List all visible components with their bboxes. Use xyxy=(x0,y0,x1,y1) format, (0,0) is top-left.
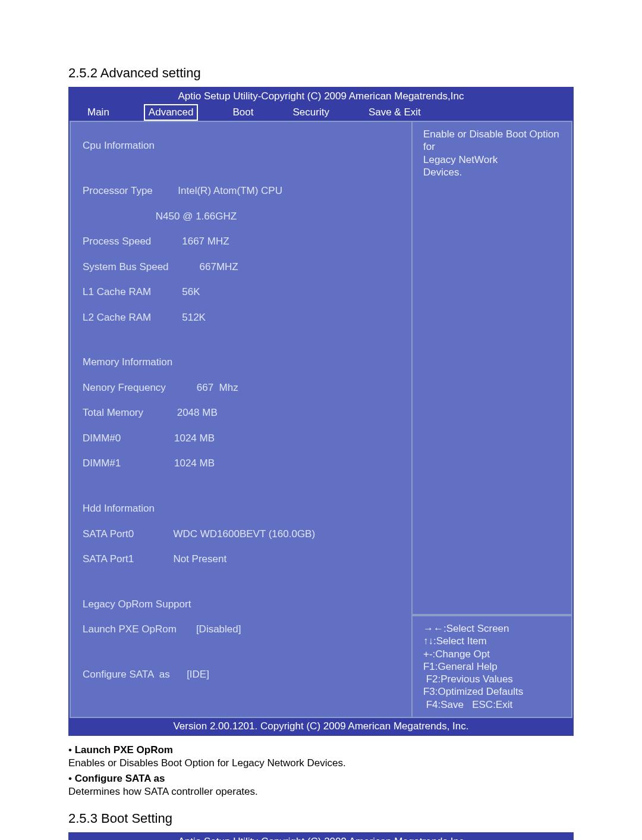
heading-boot: 2.5.3 Boot Setting xyxy=(68,811,574,826)
help-line: Legacy NetWork xyxy=(423,153,564,166)
heading-advanced: 2.5.2 Advanced setting xyxy=(68,65,574,81)
tab-security[interactable]: Security xyxy=(288,104,333,121)
tab-main[interactable]: Main xyxy=(83,104,114,121)
note-pxe-body: Enables or Disables Boot Option for Lega… xyxy=(68,757,574,769)
bios-help-bot: →←:Select Screen ↑↓:Select Item +-:Chang… xyxy=(413,615,572,718)
bios-help-top: Enable or Disable Boot Option for Legacy… xyxy=(413,121,572,615)
row-proc-type2: N450 @ 1.66GHZ xyxy=(83,210,399,222)
note-sata-body: Determines how SATA controller operates. xyxy=(68,786,574,798)
row-total-mem: Total Memory 2048 MB xyxy=(83,406,399,419)
bios-title-bar: Aptio Setup Utility-Copyright (C) 2009 A… xyxy=(70,833,572,840)
help-key: F1:General Help xyxy=(423,660,564,673)
row-bus-speed: System Bus Speed 667MHZ xyxy=(83,261,399,273)
row-mem-info: Memory Information xyxy=(83,356,399,368)
help-key: ↑↓:Select Item xyxy=(423,635,564,647)
help-key: F4:Save ESC:Exit xyxy=(423,698,564,711)
note-sata-title: • Configure SATA as xyxy=(68,773,574,785)
help-key: F2:Previous Values xyxy=(423,673,564,685)
row-hdd-info: Hdd Information xyxy=(83,502,399,515)
help-key: +-:Change Opt xyxy=(423,648,564,660)
row-dimm0: DIMM#0 1024 MB xyxy=(83,432,399,444)
help-line: Devices. xyxy=(423,166,564,178)
help-key: F3:Optimized Defaults xyxy=(423,685,564,698)
help-line: Enable or Disable Boot Option for xyxy=(423,128,564,153)
row-cpu-info: Cpu Information xyxy=(83,139,399,152)
bios-panel-boot: Aptio Setup Utility-Copyright (C) 2009 A… xyxy=(68,832,574,840)
tab-save-exit[interactable]: Save & Exit xyxy=(364,104,426,121)
bios-title-bar: Aptio Setup Utility-Copyright (C) 2009 A… xyxy=(70,88,572,104)
row-l1: L1 Cache RAM 56K xyxy=(83,286,399,298)
help-key: →←:Select Screen xyxy=(423,622,564,635)
bios-panel-advanced: Aptio Setup Utility-Copyright (C) 2009 A… xyxy=(68,87,574,736)
bios-left-pane: Cpu Information Processor Type Intel(R) … xyxy=(70,121,413,718)
bios-tab-bar: Main Advanced Boot Security Save & Exit xyxy=(70,104,572,121)
row-legacy-header: Legacy OpRom Support xyxy=(83,598,399,610)
row-launch-pxe[interactable]: Launch PXE OpRom [Disabled] xyxy=(83,623,399,635)
row-l2: L2 Cache RAM 512K xyxy=(83,311,399,324)
note-pxe-title: • Launch PXE OpRom xyxy=(68,744,574,756)
row-configure-sata[interactable]: Configure SATA as [IDE] xyxy=(83,668,399,681)
row-dimm1: DIMM#1 1024 MB xyxy=(83,457,399,469)
row-proc-type: Processor Type Intel(R) Atom(TM) CPU xyxy=(83,184,399,197)
tab-boot[interactable]: Boot xyxy=(228,104,258,121)
tab-advanced[interactable]: Advanced xyxy=(144,104,199,121)
row-proc-speed: Process Speed 1667 MHZ xyxy=(83,235,399,247)
row-mem-freq: Nenory Frequency 667 Mhz xyxy=(83,381,399,394)
row-sata1: SATA Port1 Not Present xyxy=(83,553,399,565)
row-sata0: SATA Port0 WDC WD1600BEVT (160.0GB) xyxy=(83,528,399,540)
bios-version-bar: Version 2.00.1201. Copyright (C) 2009 Am… xyxy=(70,718,572,735)
